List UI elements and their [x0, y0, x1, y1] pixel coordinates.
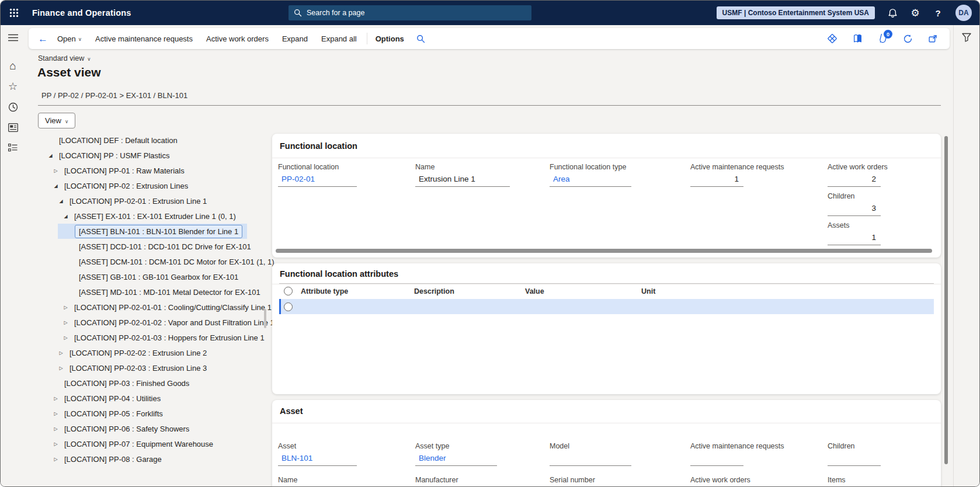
- card-horizontal-scrollbar[interactable]: [276, 249, 932, 253]
- tree-item[interactable]: ▷[LOCATION] PP-07 : Equipment Warehouse: [36, 436, 247, 451]
- tree-item[interactable]: [ASSET] DCD-101 : DCD-101 DC Drive for E…: [36, 239, 247, 254]
- settings-gear-icon[interactable]: ⚙: [910, 8, 920, 18]
- asset-value[interactable]: BLN-101: [278, 454, 357, 466]
- asset-children-value[interactable]: [828, 454, 881, 466]
- column-value[interactable]: Value: [525, 287, 544, 295]
- assets-value[interactable]: 1: [828, 233, 881, 245]
- tree-expanded-icon[interactable]: ◢: [51, 183, 60, 189]
- notifications-bell-icon[interactable]: [887, 8, 898, 18]
- tree-item[interactable]: ▷[LOCATION] PP-08 : Garage: [36, 451, 247, 467]
- select-all-checkbox[interactable]: [284, 287, 293, 295]
- tree-collapsed-icon[interactable]: ▷: [51, 168, 60, 173]
- tree-item[interactable]: ▷[LOCATION] PP-02-03 : Extrusion Line 3: [36, 360, 247, 375]
- view-selector[interactable]: Standard view ∨: [38, 54, 91, 62]
- filter-funnel-icon[interactable]: [961, 32, 972, 43]
- tree-item[interactable]: ▷[LOCATION] PP-04 : Utilities: [36, 391, 247, 406]
- tree-expanded-icon[interactable]: ◢: [61, 214, 70, 219]
- app-launcher-waffle-icon[interactable]: [1, 8, 27, 18]
- tree-item[interactable]: [LOCATION] DEF : Default location: [36, 133, 247, 148]
- tree-collapsed-icon[interactable]: ▷: [51, 441, 60, 447]
- tree-item[interactable]: [LOCATION] PP-03 : Finished Goods: [36, 375, 247, 391]
- home-icon[interactable]: ⌂: [7, 60, 19, 72]
- open-menu-button[interactable]: Open ∨: [57, 34, 82, 43]
- tree-collapsed-icon[interactable]: ▷: [61, 335, 70, 340]
- tree-expanded-icon[interactable]: ◢: [57, 199, 65, 204]
- tree-item[interactable]: ◢[ASSET] EX-101 : EX-101 Extruder Line 1…: [36, 208, 247, 224]
- tree-item[interactable]: ▷[LOCATION] PP-02-01-02 : Vapor and Dust…: [36, 315, 247, 330]
- tree-collapsed-icon[interactable]: ▷: [61, 320, 70, 325]
- tree-collapsed-icon[interactable]: ▷: [51, 426, 60, 432]
- messages-count-badge: 0: [884, 30, 892, 39]
- tree-collapsed-icon[interactable]: ▷: [51, 396, 60, 401]
- tree-item[interactable]: [ASSET] MD-101 : MD-101 Metal Detector f…: [36, 284, 247, 300]
- company-selector-button[interactable]: USMF | Contoso Entertainment System USA: [717, 6, 875, 19]
- card-title: Functional location: [272, 134, 941, 151]
- app-window: Finance and Operations Search for a page…: [0, 0, 980, 487]
- tree-item[interactable]: ▷[LOCATION] PP-02-01-03 : Hoppers for Ex…: [36, 330, 247, 345]
- tree-collapsed-icon[interactable]: ▷: [61, 305, 70, 310]
- back-arrow-icon[interactable]: ←: [38, 34, 48, 44]
- children-value[interactable]: 3: [828, 204, 881, 216]
- divider: [272, 423, 941, 423]
- tree-item-selected[interactable]: [ASSET] BLN-101 : BLN-101 Blender for Li…: [36, 224, 247, 239]
- asset-type-value[interactable]: Blender: [415, 454, 497, 466]
- attachments-book-icon[interactable]: [852, 33, 863, 44]
- related-info-diamond-icon[interactable]: [827, 33, 837, 44]
- column-unit[interactable]: Unit: [641, 287, 655, 295]
- column-description[interactable]: Description: [414, 287, 454, 295]
- options-tab[interactable]: Options: [376, 34, 404, 43]
- model-value[interactable]: [550, 454, 631, 466]
- tree-item[interactable]: ▷[LOCATION] PP-01 : Raw Materials: [36, 163, 247, 178]
- workspaces-list-icon[interactable]: [7, 142, 19, 154]
- tree-item[interactable]: ◢[LOCATION] PP : USMF Plastics: [36, 148, 247, 163]
- tree-item[interactable]: ▷[LOCATION] PP-05 : Forklifts: [36, 406, 247, 421]
- help-icon[interactable]: ?: [933, 8, 943, 18]
- view-dropdown-button[interactable]: View ∨: [38, 113, 75, 128]
- app-title[interactable]: Finance and Operations: [32, 8, 131, 18]
- messages-icon[interactable]: 0: [877, 33, 888, 44]
- field-active-work-orders: Active work orders 2: [828, 163, 888, 187]
- tree-collapsed-icon[interactable]: ▷: [51, 457, 60, 462]
- active-work-orders-value[interactable]: 2: [828, 175, 881, 187]
- row-checkbox[interactable]: [284, 302, 293, 311]
- tree-collapsed-icon[interactable]: ▷: [51, 411, 60, 416]
- tree-collapsed-icon[interactable]: ▷: [57, 366, 65, 371]
- tree-item[interactable]: [ASSET] GB-101 : GB-101 Gearbox for EX-1…: [36, 269, 247, 284]
- hamburger-menu-icon[interactable]: [7, 32, 19, 43]
- functional-location-card: Functional location Functional location …: [272, 134, 941, 258]
- column-attribute-type[interactable]: Attribute type: [301, 287, 348, 295]
- asset-active-maintenance-requests-value[interactable]: [690, 454, 743, 466]
- field-active-maintenance-requests: Active maintenance requests 1: [690, 163, 784, 187]
- tree-item[interactable]: ▷[LOCATION] PP-02-01-01 : Cooling/Cuttin…: [36, 300, 247, 315]
- tab-active-maintenance-requests[interactable]: Active maintenance requests: [95, 34, 193, 43]
- user-avatar[interactable]: DA: [955, 5, 972, 21]
- open-in-new-window-icon[interactable]: [927, 33, 938, 44]
- tree-item[interactable]: ▷[LOCATION] PP-06 : Safety Showers: [36, 421, 247, 436]
- field-items: Items: [828, 476, 881, 487]
- name-value[interactable]: Extrusion Line 1: [415, 175, 510, 187]
- tree-scrollbar[interactable]: [264, 309, 266, 328]
- top-navigation-bar: Finance and Operations Search for a page…: [1, 1, 979, 25]
- tree-item[interactable]: ◢[LOCATION] PP-02 : Extrusion Lines: [36, 178, 247, 193]
- tree-item[interactable]: ◢[LOCATION] PP-02-01 : Extrusion Line 1: [36, 193, 247, 208]
- action-search-icon[interactable]: [416, 33, 426, 44]
- tree-collapsed-icon[interactable]: ▷: [57, 350, 65, 356]
- page-search-input[interactable]: Search for a page: [289, 5, 531, 20]
- refresh-icon[interactable]: [902, 33, 913, 44]
- tree-item[interactable]: [ASSET] DCM-101 : DCM-101 DC Motor for E…: [36, 254, 247, 269]
- expand-button[interactable]: Expand: [282, 34, 308, 43]
- tab-active-work-orders[interactable]: Active work orders: [206, 34, 269, 43]
- dashboard-icon[interactable]: [7, 121, 19, 133]
- search-icon: [294, 9, 302, 17]
- page-vertical-scrollbar[interactable]: [944, 136, 948, 464]
- type-value[interactable]: Area: [550, 175, 631, 187]
- tree-expanded-icon[interactable]: ◢: [46, 153, 55, 158]
- expand-all-button[interactable]: Expand all: [321, 34, 357, 43]
- recent-clock-icon[interactable]: [7, 101, 19, 113]
- active-maintenance-requests-value[interactable]: 1: [690, 175, 743, 187]
- functional-location-value[interactable]: PP-02-01: [278, 175, 357, 187]
- tree-item[interactable]: ▷[LOCATION] PP-02-02 : Extrusion Line 2: [36, 345, 247, 360]
- favorites-star-icon[interactable]: ☆: [7, 81, 19, 92]
- breadcrumb[interactable]: PP / PP-02 / PP-02-01 > EX-101 / BLN-101: [38, 87, 941, 106]
- attributes-table-row-selected[interactable]: [279, 299, 934, 314]
